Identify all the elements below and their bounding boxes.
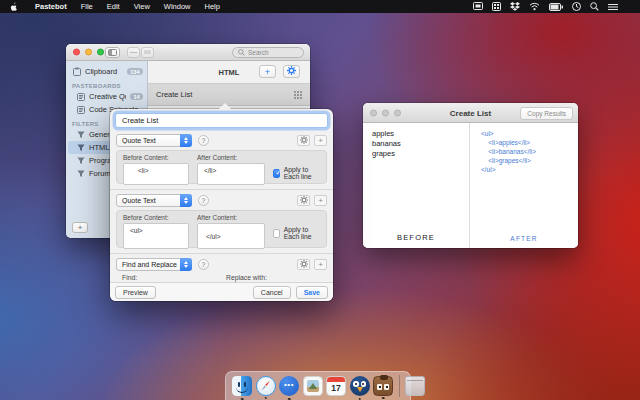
displays-icon[interactable] (473, 2, 483, 11)
pasteboard-count-badge: 14 (130, 93, 143, 100)
menu-file[interactable]: File (74, 2, 100, 11)
pasteboards-header: PASTEBOARDS (66, 78, 147, 90)
select-arrows-icon (180, 194, 192, 207)
photos-dock-icon[interactable] (303, 376, 323, 396)
minimize-button[interactable] (85, 49, 92, 56)
after-line: <li>grapes</li> (481, 156, 578, 165)
after-content-input[interactable]: </ul> (197, 223, 265, 249)
close-button[interactable] (73, 49, 80, 56)
sidebar-item-label: Creative Quotes (89, 92, 126, 101)
after-content-input[interactable]: </li> (197, 163, 265, 185)
trash-dock-icon[interactable] (405, 376, 425, 396)
add-filter-action-button[interactable]: + (259, 65, 276, 78)
sidebar-toggle-button[interactable] (105, 47, 120, 58)
find-label: Find: (122, 274, 226, 281)
step-gear-icon[interactable] (297, 195, 310, 206)
before-content-input[interactable]: <ul> (123, 223, 189, 249)
sidebar-item-label: Clipboard (85, 67, 123, 76)
filter-name-value: Create List (122, 116, 158, 125)
help-button[interactable]: ? (198, 135, 209, 146)
select-arrows-icon (180, 258, 192, 271)
calendar-dock-icon[interactable]: 17 (326, 376, 346, 396)
notification-list-icon[interactable] (608, 3, 618, 11)
clipboard-icon (73, 67, 81, 76)
search-input[interactable]: Search (232, 47, 304, 58)
filter-funnel-icon (77, 157, 85, 165)
search-icon (238, 49, 245, 56)
before-content-field: Before Content: <ul> (123, 214, 189, 249)
grid-icon[interactable] (492, 2, 501, 11)
popover-footer: Preview Cancel Save (110, 282, 333, 301)
step-type-value: Quote Text (117, 197, 180, 204)
apply-label: Apply to Each line (284, 166, 320, 180)
add-step-button[interactable]: + (314, 195, 327, 206)
copy-results-button[interactable]: Copy Results (520, 107, 573, 120)
gear-icon[interactable] (283, 65, 300, 78)
preview-window: Create List Copy Results apples bananas … (363, 103, 578, 248)
after-content-label: After Content: (197, 214, 265, 221)
clock-icon[interactable] (572, 2, 581, 11)
apple-menu-icon[interactable] (9, 2, 18, 12)
before-content-label: Before Content: (123, 154, 189, 161)
before-pane: apples bananas grapes BEFORE (363, 123, 469, 248)
menu-view[interactable]: View (127, 2, 157, 11)
finder-dock-icon[interactable] (232, 376, 252, 396)
dropbox-icon[interactable] (510, 2, 520, 11)
step-type-select[interactable]: Quote Text (116, 134, 192, 147)
preview-button[interactable]: Preview (115, 286, 156, 299)
add-step-button[interactable]: + (314, 259, 327, 270)
sidebar-item-clipboard[interactable]: Clipboard 134 (66, 65, 147, 78)
before-caption: BEFORE (363, 233, 469, 243)
twitterrific-dock-icon[interactable] (350, 376, 370, 396)
wifi-icon[interactable] (529, 2, 540, 11)
menu-window[interactable]: Window (157, 2, 198, 11)
menu-app-name[interactable]: Pastebot (28, 2, 74, 11)
preview-titlebar[interactable]: Create List Copy Results (363, 103, 578, 123)
toolbar-sequence-button[interactable] (141, 47, 154, 58)
step-type-select[interactable]: Find and Replace (116, 258, 192, 271)
toolbar-flatten-button[interactable] (127, 47, 140, 58)
help-button[interactable]: ? (198, 259, 209, 270)
step-type-value: Quote Text (117, 137, 180, 144)
filter-funnel-icon (77, 170, 85, 178)
before-line: bananas (372, 139, 469, 149)
apply-to-each-line-option[interactable]: Apply to Each line (273, 226, 320, 240)
after-line: <li>apples</li> (481, 138, 578, 147)
replace-with-label: Replace with: (226, 274, 267, 281)
running-indicator (382, 397, 385, 400)
before-content-label: Before Content: (123, 214, 189, 221)
step-type-select[interactable]: Quote Text (116, 194, 192, 207)
pane-title: HTML (219, 68, 240, 77)
before-content-input[interactable]: <li> (123, 163, 189, 185)
after-line: <ul> (481, 129, 578, 138)
dock: ••• 17 (225, 371, 411, 400)
calendar-day: 17 (327, 383, 345, 393)
apply-checkbox[interactable] (273, 169, 280, 178)
menu-help[interactable]: Help (198, 2, 227, 11)
apply-checkbox[interactable] (273, 229, 280, 238)
apply-label: Apply to Each line (284, 226, 320, 240)
after-content-field: After Content: </ul> (197, 214, 265, 249)
after-line: <li>bananas</li> (481, 147, 578, 156)
add-filter-button[interactable]: + (72, 222, 88, 233)
pastebot-dock-icon[interactable] (373, 376, 393, 396)
step-gear-icon[interactable] (297, 135, 310, 146)
menu-edit[interactable]: Edit (100, 2, 127, 11)
help-button[interactable]: ? (198, 195, 209, 206)
battery-icon[interactable] (549, 3, 563, 11)
step-gear-icon[interactable] (297, 259, 310, 270)
before-line: apples (372, 129, 469, 139)
spotlight-search-icon[interactable] (590, 2, 599, 11)
pastebot-titlebar[interactable]: Search (66, 44, 310, 61)
add-step-button[interactable]: + (314, 135, 327, 146)
save-button[interactable]: Save (296, 286, 328, 299)
popover-arrow (218, 103, 232, 110)
messages-dock-icon[interactable]: ••• (279, 376, 299, 396)
zoom-button[interactable] (97, 49, 104, 56)
sidebar-item-creative-quotes[interactable]: Creative Quotes 14 (66, 90, 147, 103)
filter-name-input[interactable]: Create List (115, 113, 328, 128)
cancel-button[interactable]: Cancel (253, 286, 291, 299)
desktop: Pastebot File Edit View Window Help (0, 0, 640, 400)
safari-dock-icon[interactable] (256, 376, 276, 396)
apply-to-each-line-option[interactable]: Apply to Each line (273, 166, 320, 180)
